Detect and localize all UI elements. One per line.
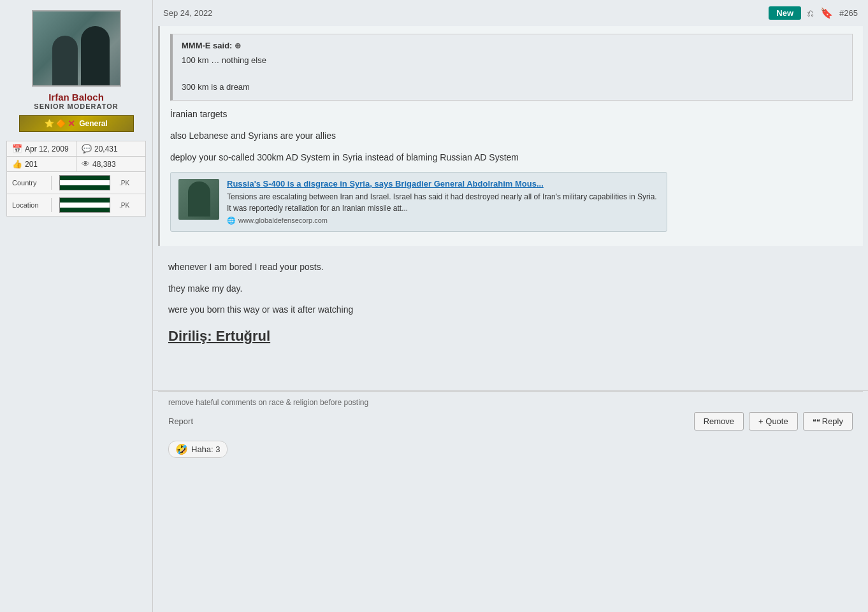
rank-icon-diamond: 🔶 bbox=[56, 119, 66, 128]
post-actions: New ⎌ 🔖 #265 bbox=[769, 6, 858, 20]
link-preview-content: Russia's S-400 is a disgrace in Syria, s… bbox=[227, 179, 659, 225]
reply-label: Reply bbox=[822, 416, 843, 426]
quote-block: MMM-E said: ⊕ 100 km … nothing else 300 … bbox=[170, 34, 853, 101]
rank-icon-star: ⭐ bbox=[45, 119, 54, 128]
post-footer: remove hateful comments on race & religi… bbox=[153, 390, 868, 437]
eye-icon: 👁 bbox=[82, 159, 90, 169]
user-sidebar: Irfan Baloch SENIOR MODERATOR ⭐ 🔶 ✕ Gene… bbox=[0, 0, 153, 612]
new-badge: New bbox=[769, 6, 801, 20]
location-row: Location ☪ .PK bbox=[6, 194, 146, 217]
post-buttons: Report Remove + Quote ❝❝ Reply bbox=[168, 412, 853, 431]
stats-row-reactions: 👍 201 👁 48,383 bbox=[6, 156, 146, 172]
quote-line-1: 100 km … nothing else bbox=[182, 54, 843, 68]
country-code: .PK bbox=[117, 180, 132, 187]
username: Irfan Baloch bbox=[48, 92, 104, 103]
link-preview-url: 🌐 www.globaldefensecorp.com bbox=[227, 217, 659, 225]
quote-text: 100 km … nothing else 300 km is a dream bbox=[182, 54, 843, 94]
calendar-icon: 📅 bbox=[12, 144, 22, 153]
rank-icon-x: ✕ bbox=[68, 118, 75, 129]
messages-cell: 💬 20,431 bbox=[76, 141, 145, 156]
reaction-emoji: 🤣 bbox=[175, 443, 188, 455]
rank-badge: ⭐ 🔶 ✕ General bbox=[19, 115, 134, 132]
location-flag: ☪ bbox=[59, 197, 110, 213]
reactions-received-cell: 👁 48,383 bbox=[76, 157, 145, 171]
main-line-3: were you born this way or was it after w… bbox=[168, 302, 853, 318]
stats-grid: 📅 Apr 12, 2009 💬 20,431 👍 201 👁 48,383 bbox=[6, 141, 146, 216]
body-line-3: deploy your so-called 300km AD System in… bbox=[170, 150, 853, 166]
join-date: Apr 12, 2009 bbox=[25, 145, 69, 153]
highlight-link[interactable]: Diriliş: Ertuğrul bbox=[168, 328, 270, 344]
main-line-2: they make my day. bbox=[168, 281, 853, 297]
stats-row-date-messages: 📅 Apr 12, 2009 💬 20,431 bbox=[6, 141, 146, 157]
reaction-label: Haha: 3 bbox=[191, 445, 221, 454]
location-label: Location bbox=[7, 198, 52, 212]
join-date-cell: 📅 Apr 12, 2009 bbox=[7, 141, 76, 156]
quote-author-name: MMM-E said: bbox=[182, 41, 232, 50]
body-line-1: İranian targets bbox=[170, 107, 853, 122]
messages-count: 20,431 bbox=[94, 145, 118, 153]
report-button[interactable]: Report bbox=[168, 416, 193, 426]
post-body: MMM-E said: ⊕ 100 km … nothing else 300 … bbox=[158, 26, 863, 246]
link-preview-thumbnail bbox=[178, 179, 219, 220]
link-preview-description: Tensions are escalating between Iran and… bbox=[227, 191, 659, 214]
reactions-given: 201 bbox=[25, 160, 38, 169]
main-content: Sep 24, 2022 New ⎌ 🔖 #265 MMM-E said: ⊕ … bbox=[153, 0, 868, 612]
post-notice: remove hateful comments on race & religi… bbox=[168, 398, 853, 407]
link-url-text: www.globaldefensecorp.com bbox=[238, 217, 328, 224]
spacer bbox=[153, 352, 868, 390]
globe-icon: 🌐 bbox=[227, 217, 236, 225]
avatar bbox=[32, 10, 121, 87]
quote-line-2: 300 km is a dream bbox=[182, 81, 843, 94]
post-number: #265 bbox=[839, 8, 858, 18]
message-icon: 💬 bbox=[82, 144, 92, 153]
bookmark-icon[interactable]: 🔖 bbox=[820, 7, 833, 19]
flag-crescent: ☪ bbox=[82, 180, 88, 187]
share-icon[interactable]: ⎌ bbox=[807, 8, 814, 19]
thumb-silhouette bbox=[188, 181, 210, 217]
country-label: Country bbox=[7, 176, 52, 190]
remove-button[interactable]: Remove bbox=[694, 412, 744, 431]
link-preview: Russia's S-400 is a disgrace in Syria, s… bbox=[170, 172, 667, 232]
quote-expand-icon[interactable]: ⊕ bbox=[235, 41, 241, 50]
post-date: Sep 24, 2022 bbox=[163, 8, 212, 18]
quote-button[interactable]: + Quote bbox=[749, 412, 798, 431]
post-header: Sep 24, 2022 New ⎌ 🔖 #265 bbox=[153, 0, 868, 26]
reactions-given-cell: 👍 201 bbox=[7, 157, 76, 171]
reply-icon: ❝❝ bbox=[813, 418, 822, 425]
main-line-1: whenever I am bored I read your posts. bbox=[168, 260, 853, 275]
post-footer-inner: remove hateful comments on race & religi… bbox=[158, 391, 863, 437]
reactions-received: 48,383 bbox=[92, 160, 116, 169]
location-flag-crescent: ☪ bbox=[82, 202, 88, 209]
rank-icons: ⭐ 🔶 ✕ bbox=[45, 118, 75, 129]
reaction-row: 🤣 Haha: 3 bbox=[158, 437, 863, 462]
body-line-2: also Lebanese and Syrians are your allie… bbox=[170, 129, 853, 144]
reaction-badge[interactable]: 🤣 Haha: 3 bbox=[168, 441, 228, 458]
post-main-area: whenever I am bored I read your posts. t… bbox=[153, 246, 868, 352]
reply-button[interactable]: ❝❝ Reply bbox=[803, 412, 853, 431]
country-row: Country ☪ .PK bbox=[6, 171, 146, 194]
country-flag: ☪ bbox=[59, 175, 110, 190]
user-role: SENIOR MODERATOR bbox=[34, 103, 118, 110]
rank-label: General bbox=[79, 119, 108, 128]
thumbsup-icon: 👍 bbox=[12, 159, 22, 169]
quote-author: MMM-E said: ⊕ bbox=[182, 41, 843, 50]
link-preview-title[interactable]: Russia's S-400 is a disgrace in Syria, s… bbox=[227, 179, 659, 189]
location-code: .PK bbox=[117, 202, 132, 209]
